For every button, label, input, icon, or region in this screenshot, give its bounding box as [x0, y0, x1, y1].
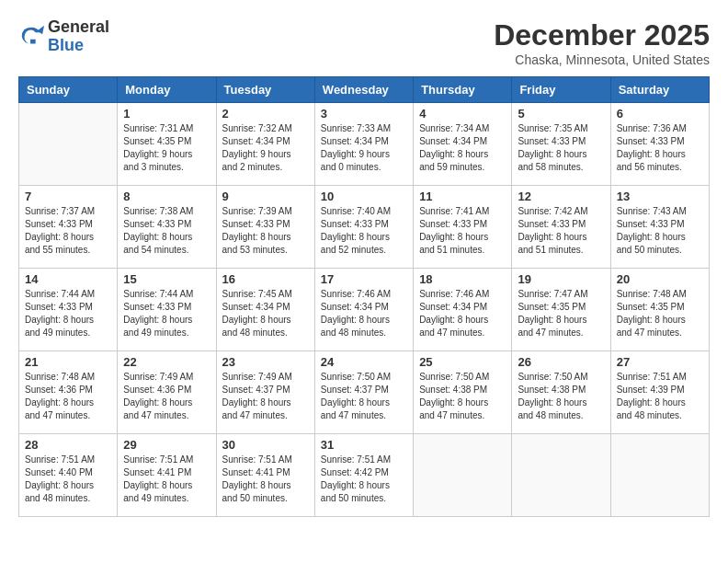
- day-number: 6: [617, 107, 703, 121]
- day-cell: 8Sunrise: 7:38 AMSunset: 4:33 PMDaylight…: [118, 186, 216, 269]
- day-info: Sunrise: 7:42 AMSunset: 4:33 PMDaylight:…: [518, 205, 604, 257]
- day-cell: [610, 434, 709, 517]
- weekday-header-thursday: Thursday: [414, 77, 512, 103]
- day-cell: 4Sunrise: 7:34 AMSunset: 4:34 PMDaylight…: [414, 103, 512, 186]
- day-cell: 26Sunrise: 7:50 AMSunset: 4:38 PMDayligh…: [512, 351, 610, 434]
- day-info: Sunrise: 7:51 AMSunset: 4:40 PMDaylight:…: [25, 454, 111, 505]
- day-cell: 14Sunrise: 7:44 AMSunset: 4:33 PMDayligh…: [19, 269, 118, 351]
- day-number: 27: [617, 355, 703, 369]
- day-info: Sunrise: 7:51 AMSunset: 4:39 PMDaylight:…: [617, 371, 703, 422]
- day-info: Sunrise: 7:50 AMSunset: 4:38 PMDaylight:…: [419, 371, 506, 422]
- day-info: Sunrise: 7:41 AMSunset: 4:33 PMDaylight:…: [419, 205, 506, 257]
- day-cell: 13Sunrise: 7:43 AMSunset: 4:33 PMDayligh…: [610, 186, 709, 269]
- day-number: 1: [123, 107, 210, 121]
- day-cell: 6Sunrise: 7:36 AMSunset: 4:33 PMDaylight…: [610, 103, 709, 186]
- day-cell: 31Sunrise: 7:51 AMSunset: 4:42 PMDayligh…: [314, 434, 413, 517]
- day-cell: 5Sunrise: 7:35 AMSunset: 4:33 PMDaylight…: [512, 103, 610, 186]
- weekday-header-row: SundayMondayTuesdayWednesdayThursdayFrid…: [19, 77, 710, 103]
- day-number: 10: [321, 190, 407, 203]
- day-info: Sunrise: 7:34 AMSunset: 4:34 PMDaylight:…: [419, 122, 506, 174]
- week-row-5: 28Sunrise: 7:51 AMSunset: 4:40 PMDayligh…: [19, 434, 710, 517]
- day-cell: [19, 103, 118, 186]
- weekday-header-friday: Friday: [512, 77, 610, 103]
- day-number: 17: [321, 272, 407, 286]
- day-cell: 15Sunrise: 7:44 AMSunset: 4:33 PMDayligh…: [118, 269, 216, 351]
- logo-text: General Blue: [48, 18, 109, 55]
- day-number: 22: [123, 355, 210, 369]
- day-cell: 9Sunrise: 7:39 AMSunset: 4:33 PMDaylight…: [216, 186, 314, 269]
- day-info: Sunrise: 7:46 AMSunset: 4:34 PMDaylight:…: [419, 288, 506, 339]
- day-info: Sunrise: 7:46 AMSunset: 4:34 PMDaylight:…: [321, 288, 407, 339]
- day-info: Sunrise: 7:44 AMSunset: 4:33 PMDaylight:…: [123, 288, 210, 339]
- day-number: 11: [419, 190, 506, 203]
- day-number: 9: [222, 190, 309, 203]
- day-number: 3: [321, 107, 407, 121]
- day-info: Sunrise: 7:38 AMSunset: 4:33 PMDaylight:…: [123, 205, 210, 257]
- day-number: 30: [222, 438, 309, 452]
- day-info: Sunrise: 7:48 AMSunset: 4:36 PMDaylight:…: [25, 371, 111, 422]
- day-cell: 27Sunrise: 7:51 AMSunset: 4:39 PMDayligh…: [610, 351, 709, 434]
- day-cell: 20Sunrise: 7:48 AMSunset: 4:35 PMDayligh…: [610, 269, 709, 351]
- day-info: Sunrise: 7:51 AMSunset: 4:42 PMDaylight:…: [321, 454, 407, 505]
- day-cell: 23Sunrise: 7:49 AMSunset: 4:37 PMDayligh…: [216, 351, 314, 434]
- day-cell: 19Sunrise: 7:47 AMSunset: 4:35 PMDayligh…: [512, 269, 610, 351]
- day-info: Sunrise: 7:37 AMSunset: 4:33 PMDaylight:…: [25, 205, 111, 257]
- day-info: Sunrise: 7:40 AMSunset: 4:33 PMDaylight:…: [321, 205, 407, 257]
- day-number: 29: [123, 438, 210, 452]
- location: Chaska, Minnesota, United States: [494, 52, 710, 67]
- weekday-header-tuesday: Tuesday: [216, 77, 314, 103]
- day-cell: 18Sunrise: 7:46 AMSunset: 4:34 PMDayligh…: [414, 269, 512, 351]
- week-row-3: 14Sunrise: 7:44 AMSunset: 4:33 PMDayligh…: [19, 269, 710, 351]
- day-number: 23: [222, 355, 309, 369]
- day-info: Sunrise: 7:47 AMSunset: 4:35 PMDaylight:…: [518, 288, 604, 339]
- day-cell: 16Sunrise: 7:45 AMSunset: 4:34 PMDayligh…: [216, 269, 314, 351]
- day-number: 25: [419, 355, 506, 369]
- month-title: December 2025: [494, 18, 710, 52]
- day-info: Sunrise: 7:45 AMSunset: 4:34 PMDaylight:…: [222, 288, 309, 339]
- day-cell: 30Sunrise: 7:51 AMSunset: 4:41 PMDayligh…: [216, 434, 314, 517]
- day-number: 18: [419, 272, 506, 286]
- calendar-table: SundayMondayTuesdayWednesdayThursdayFrid…: [18, 76, 710, 517]
- day-cell: 28Sunrise: 7:51 AMSunset: 4:40 PMDayligh…: [19, 434, 118, 517]
- day-info: Sunrise: 7:51 AMSunset: 4:41 PMDaylight:…: [222, 454, 309, 505]
- day-info: Sunrise: 7:49 AMSunset: 4:36 PMDaylight:…: [123, 371, 210, 422]
- weekday-header-wednesday: Wednesday: [314, 77, 413, 103]
- day-info: Sunrise: 7:31 AMSunset: 4:35 PMDaylight:…: [123, 122, 210, 174]
- day-cell: 7Sunrise: 7:37 AMSunset: 4:33 PMDaylight…: [19, 186, 118, 269]
- logo-general: General: [48, 17, 109, 36]
- day-cell: 21Sunrise: 7:48 AMSunset: 4:36 PMDayligh…: [19, 351, 118, 434]
- day-number: 2: [222, 107, 309, 121]
- day-info: Sunrise: 7:32 AMSunset: 4:34 PMDaylight:…: [222, 122, 309, 174]
- day-number: 12: [518, 190, 604, 203]
- day-number: 21: [25, 355, 111, 369]
- logo-blue: Blue: [48, 36, 84, 54]
- week-row-1: 1Sunrise: 7:31 AMSunset: 4:35 PMDaylight…: [19, 103, 710, 186]
- day-number: 8: [123, 190, 210, 203]
- day-info: Sunrise: 7:51 AMSunset: 4:41 PMDaylight:…: [123, 454, 210, 505]
- day-number: 26: [518, 355, 604, 369]
- day-number: 31: [321, 438, 407, 452]
- day-info: Sunrise: 7:36 AMSunset: 4:33 PMDaylight:…: [617, 122, 703, 174]
- day-number: 16: [222, 272, 309, 286]
- logo-icon: [18, 24, 44, 50]
- day-number: 13: [617, 190, 703, 203]
- day-cell: 24Sunrise: 7:50 AMSunset: 4:37 PMDayligh…: [314, 351, 413, 434]
- day-cell: 11Sunrise: 7:41 AMSunset: 4:33 PMDayligh…: [414, 186, 512, 269]
- weekday-header-sunday: Sunday: [19, 77, 118, 103]
- day-cell: 10Sunrise: 7:40 AMSunset: 4:33 PMDayligh…: [314, 186, 413, 269]
- day-cell: 1Sunrise: 7:31 AMSunset: 4:35 PMDaylight…: [118, 103, 216, 186]
- logo: General Blue: [18, 18, 109, 55]
- day-cell: 12Sunrise: 7:42 AMSunset: 4:33 PMDayligh…: [512, 186, 610, 269]
- day-cell: 17Sunrise: 7:46 AMSunset: 4:34 PMDayligh…: [314, 269, 413, 351]
- day-info: Sunrise: 7:49 AMSunset: 4:37 PMDaylight:…: [222, 371, 309, 422]
- weekday-header-saturday: Saturday: [610, 77, 709, 103]
- day-cell: [512, 434, 610, 517]
- day-cell: 2Sunrise: 7:32 AMSunset: 4:34 PMDaylight…: [216, 103, 314, 186]
- day-info: Sunrise: 7:44 AMSunset: 4:33 PMDaylight:…: [25, 288, 111, 339]
- title-block: December 2025 Chaska, Minnesota, United …: [494, 18, 710, 67]
- day-cell: 3Sunrise: 7:33 AMSunset: 4:34 PMDaylight…: [314, 103, 413, 186]
- day-number: 4: [419, 107, 506, 121]
- day-cell: [414, 434, 512, 517]
- day-cell: 25Sunrise: 7:50 AMSunset: 4:38 PMDayligh…: [414, 351, 512, 434]
- day-number: 14: [25, 272, 111, 286]
